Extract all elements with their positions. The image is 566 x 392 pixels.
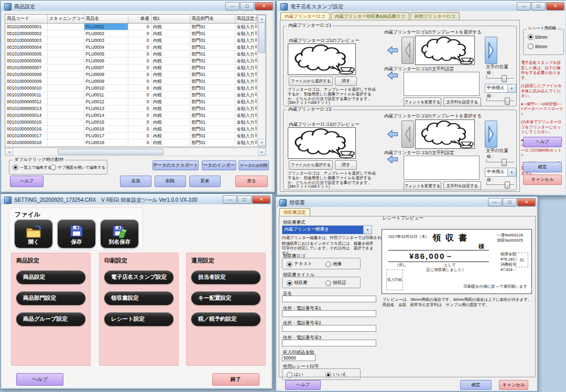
- table-row[interactable]: 00101000000006PLU00060内税部門01金額入力可: [5, 58, 257, 64]
- close-button[interactable]: ✕: [255, 2, 273, 10]
- table-row[interactable]: 00101000000002PLU00020内税部門01金額入力可: [5, 30, 257, 37]
- table-cell[interactable]: 00101000000007: [5, 64, 47, 71]
- logo-text-radio[interactable]: [287, 262, 292, 267]
- table-cell[interactable]: 0: [128, 139, 151, 146]
- receipt-format-dropdown[interactable]: 内蔵プリンター横書き ▼: [282, 225, 372, 234]
- table-cell[interactable]: 部門01: [190, 44, 235, 51]
- store-name-input[interactable]: [282, 296, 376, 302]
- table-cell[interactable]: 部門01: [190, 30, 235, 37]
- table-cell[interactable]: 内税: [151, 105, 190, 112]
- col-department[interactable]: 商品部門名: [190, 15, 235, 24]
- chevron-down-icon[interactable]: ▼: [363, 226, 372, 234]
- table-cell[interactable]: 0: [128, 71, 151, 78]
- table-cell[interactable]: 0: [128, 126, 151, 133]
- table-cell[interactable]: PLU0008: [84, 71, 128, 78]
- maximize-button[interactable]: ▢: [237, 195, 252, 204]
- table-cell[interactable]: 部門01: [190, 78, 235, 85]
- table-row[interactable]: 00101000000009PLU00090内税部門01金額入力可: [5, 78, 257, 85]
- table-cell[interactable]: PLU0015: [84, 119, 128, 126]
- address-phone3-input[interactable]: [282, 340, 376, 346]
- table-cell[interactable]: 0: [128, 51, 151, 58]
- address-phone2-input[interactable]: [282, 325, 376, 332]
- scroll-left-icon[interactable]: ◄: [5, 148, 13, 156]
- select-from-file-button[interactable]: ファイルから選択する: [289, 160, 333, 170]
- table-cell[interactable]: PLU0005: [84, 51, 128, 58]
- menu-button[interactable]: 商品部門設定: [16, 291, 85, 305]
- table-cell[interactable]: 00101000000015: [5, 119, 47, 126]
- col-unit-price[interactable]: 単価: [128, 15, 151, 24]
- export-data-button[interactable]: データのエクスポート: [153, 160, 199, 170]
- erase-button[interactable]: 消す: [335, 160, 357, 170]
- table-row[interactable]: 00101000000011PLU00110内税部門01金額入力可: [5, 92, 257, 99]
- template-next-button[interactable]: [485, 121, 497, 148]
- table-row[interactable]: 00101000000007PLU00070内税部門01金額入力可: [5, 64, 257, 71]
- template-prev-button[interactable]: [401, 37, 414, 64]
- table-row[interactable]: 00101000000013PLU00130内税部門01金額入力可: [5, 105, 257, 112]
- table-cell[interactable]: 00101000000011: [5, 92, 47, 99]
- table-cell[interactable]: 00101000000010: [5, 85, 47, 92]
- template-next-button[interactable]: [485, 37, 497, 64]
- template-prev-button[interactable]: [401, 121, 414, 148]
- table-cell[interactable]: 内税: [151, 126, 190, 133]
- horizontal-slider[interactable]: [486, 158, 514, 166]
- vertical-slider[interactable]: [486, 97, 514, 105]
- table-row[interactable]: 00101000000016PLU00160内税部門01金額入力可: [5, 126, 257, 133]
- chevron-down-icon[interactable]: ▼: [507, 84, 516, 92]
- table-cell[interactable]: [47, 44, 84, 51]
- table-cell[interactable]: 金額入力可: [235, 99, 257, 105]
- table-cell[interactable]: [47, 37, 84, 44]
- change-button[interactable]: 変更: [189, 176, 221, 187]
- table-cell[interactable]: PLU0017: [84, 133, 128, 139]
- scroll-thumb[interactable]: [58, 149, 164, 155]
- table-cell[interactable]: 部門01: [190, 92, 235, 99]
- edit-in-subwindow-radio[interactable]: [50, 165, 56, 170]
- menu-button[interactable]: レシート設定: [104, 312, 173, 326]
- menu-button[interactable]: キー配置設定: [191, 291, 260, 305]
- title-bar[interactable]: 領収書 — ▢ ✕: [276, 197, 538, 208]
- align-dropdown[interactable]: 中央揃え ▼: [485, 84, 516, 93]
- table-cell[interactable]: PLU0002: [84, 30, 128, 37]
- table-cell[interactable]: 00101000000012: [5, 99, 47, 105]
- table-row[interactable]: 00101000000014PLU00140内税部門01金額入力可: [5, 112, 257, 119]
- table-cell[interactable]: [47, 71, 84, 78]
- title-bar[interactable]: SETTING_20200920_173254.CRX V REGI 簡単設定ツ…: [1, 194, 273, 205]
- table-cell[interactable]: 金額入力可: [235, 92, 257, 99]
- table-cell[interactable]: 内税: [151, 112, 190, 119]
- table-cell[interactable]: 00101000000006: [5, 58, 47, 64]
- table-cell[interactable]: 00101000000002: [5, 30, 47, 37]
- table-cell[interactable]: PLU0006: [84, 58, 128, 64]
- close-button[interactable]: ✕: [252, 195, 270, 204]
- table-cell[interactable]: PLU0011: [84, 92, 128, 99]
- table-cell[interactable]: 金額入力可: [235, 51, 257, 58]
- vertical-slider[interactable]: [486, 181, 514, 189]
- align-dropdown[interactable]: 中央揃え ▼: [485, 168, 516, 177]
- table-row[interactable]: 00101000000018PLU00180内税部門01金額入力可: [5, 139, 257, 146]
- table-cell[interactable]: 00101000000001: [5, 24, 47, 30]
- table-cell[interactable]: 0: [128, 24, 151, 30]
- table-cell[interactable]: PLU0012: [84, 99, 128, 105]
- table-cell[interactable]: 部門01: [190, 51, 235, 58]
- table-cell[interactable]: 部門01: [190, 112, 235, 119]
- table-cell[interactable]: 内税: [151, 85, 190, 92]
- table-row[interactable]: 00101000000004PLU00040内税部門01金額入力可: [5, 44, 257, 51]
- table-cell[interactable]: 内税: [151, 71, 190, 78]
- revenue-stamp-amount-input[interactable]: [282, 354, 315, 361]
- paper-58mm-radio[interactable]: [528, 34, 534, 40]
- table-cell[interactable]: 00101000000014: [5, 112, 47, 119]
- table-cell[interactable]: 00101000000018: [5, 139, 47, 146]
- scroll-down-icon[interactable]: ▼: [258, 139, 266, 146]
- table-cell[interactable]: 内税: [151, 64, 190, 71]
- table-row[interactable]: 00101000000001PLU00010内税部門01金額入力可: [5, 24, 257, 30]
- col-product-code[interactable]: 商品コード: [5, 15, 47, 24]
- scroll-thumb[interactable]: [258, 23, 265, 53]
- table-cell[interactable]: 内税: [151, 37, 190, 44]
- title-bar[interactable]: 電子店名スタンプ設定 — ▢ ✕: [277, 1, 566, 12]
- table-row[interactable]: 00101000000015PLU00150内税部門01金額入力可: [5, 119, 257, 126]
- erase-button[interactable]: 消す: [335, 77, 357, 86]
- close-button[interactable]: ✕: [546, 2, 564, 10]
- table-row[interactable]: 00101000000005PLU00050内税部門01金額入力可: [5, 51, 257, 58]
- help-button[interactable]: ヘルプ: [16, 373, 63, 386]
- table-cell[interactable]: [47, 64, 84, 71]
- table-cell[interactable]: 金額入力可: [235, 126, 257, 133]
- table-cell[interactable]: 内税: [151, 133, 190, 139]
